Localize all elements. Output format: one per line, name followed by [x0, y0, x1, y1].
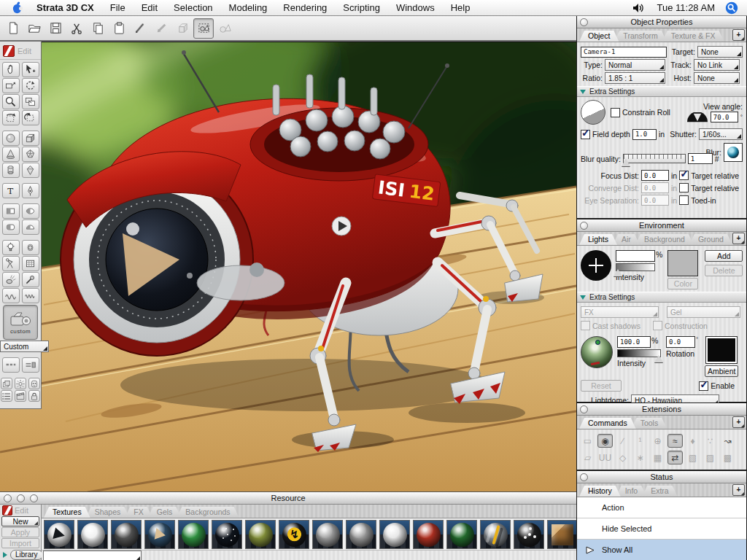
track-dropdown[interactable]: No Link [694, 59, 740, 71]
ext-mirror-icon[interactable]: ⇄ [667, 451, 683, 464]
blur-quality-slider[interactable] [623, 154, 686, 163]
tool-spotlight[interactable] [2, 256, 20, 271]
lightdome-preview[interactable] [581, 336, 613, 368]
history-row-action[interactable]: Action [577, 497, 746, 518]
tool-polyhedron[interactable] [22, 147, 39, 162]
tab-shapes[interactable]: Shapes [86, 507, 130, 518]
copy-button[interactable] [88, 18, 108, 39]
texture-thumb-red[interactable] [413, 520, 444, 549]
new-document-button[interactable] [3, 18, 23, 39]
tab-fx[interactable]: FX [125, 507, 152, 518]
tab-object[interactable]: Object [579, 31, 619, 42]
converge-target-relative-checkbox[interactable] [679, 183, 689, 192]
dome-intensity-field[interactable]: 100.0 [617, 336, 651, 348]
app-menu[interactable]: Strata 3D CX [28, 0, 102, 15]
ext-motion-path-icon[interactable]: ↝ [720, 434, 735, 448]
open-button[interactable] [24, 18, 44, 39]
light-color-swatch[interactable] [667, 250, 698, 276]
save-button[interactable] [45, 18, 66, 39]
shutter-dropdown[interactable]: 1/60s... [699, 128, 743, 140]
menu-file[interactable]: File [102, 0, 133, 15]
tool-pan-view[interactable] [22, 94, 39, 109]
tool-cube[interactable] [22, 131, 39, 146]
tool-grid-light[interactable] [22, 256, 39, 271]
tab-textures[interactable]: Textures [44, 507, 90, 518]
ambient-button[interactable]: Ambient [705, 365, 738, 377]
close-button[interactable] [580, 405, 588, 413]
add-tab-button[interactable]: + [732, 29, 745, 41]
tab-air[interactable]: Air [613, 234, 640, 245]
search-menu-extra[interactable] [722, 1, 741, 15]
tab-gels[interactable]: Gels [148, 507, 182, 518]
tab-background[interactable]: Background [635, 234, 694, 245]
light-intensity-field[interactable] [616, 250, 655, 262]
tool-roundrect-2d[interactable] [2, 219, 20, 235]
tool-sphere[interactable] [2, 131, 20, 146]
select-objects-button[interactable] [193, 18, 214, 39]
texture-thumb-forest[interactable] [446, 520, 477, 549]
menu-windows[interactable]: Windows [388, 0, 443, 15]
texture-thumb-hazard[interactable]: ↯ [279, 520, 309, 549]
texture-thumb-glass-sparkle[interactable] [212, 520, 242, 549]
constrain-roll-checkbox[interactable] [611, 108, 620, 117]
tab-ground[interactable]: Ground [689, 234, 732, 245]
texture-thumb-black-symbol[interactable] [514, 520, 544, 549]
tool-pan-hand[interactable] [2, 62, 20, 77]
field-depth-checkbox[interactable] [581, 130, 590, 139]
texture-thumb-green[interactable] [178, 520, 209, 549]
tab-tools[interactable]: Tools [632, 418, 667, 429]
tool-pen[interactable] [22, 183, 39, 198]
toed-in-checkbox[interactable] [679, 195, 689, 205]
tool-sun[interactable] [15, 378, 26, 389]
focus-dist-field[interactable]: 0.0 [641, 170, 669, 181]
tool-rotate[interactable] [22, 78, 39, 93]
resource-picker-dropdown[interactable] [43, 551, 142, 560]
light-intensity-slider[interactable] [616, 263, 655, 271]
tool-clapperboard[interactable] [15, 390, 26, 402]
tool-arc-2d[interactable] [22, 219, 39, 235]
tool-gem[interactable] [22, 163, 39, 178]
blur-quality-field[interactable]: 1 [688, 153, 713, 164]
ext-path-deform-icon[interactable]: ≈ [667, 434, 683, 448]
tool-orbit-view-a[interactable] [2, 110, 20, 125]
history-row-hide-selected[interactable]: Hide Selected [577, 518, 746, 540]
close-button[interactable] [580, 473, 588, 481]
history-row-show-all[interactable]: Show All [577, 540, 746, 560]
tool-spring-a[interactable] [2, 288, 20, 303]
light-direction-ball[interactable] [581, 250, 611, 281]
host-dropdown[interactable]: None [694, 72, 740, 84]
texture-thumb-chrome-stripe[interactable] [480, 520, 511, 549]
menu-rendering[interactable]: Rendering [275, 0, 335, 15]
tool-plug[interactable] [28, 378, 40, 389]
ambient-color-swatch[interactable] [705, 336, 738, 364]
type-dropdown[interactable]: Normal [605, 59, 665, 71]
tool-bulb-light[interactable] [2, 240, 20, 255]
menu-scripting[interactable]: Scripting [335, 0, 388, 15]
custom-camera-button[interactable]: custom [3, 305, 38, 340]
tool-oval-2d[interactable] [22, 203, 39, 219]
tool-pin-light[interactable] [22, 272, 39, 287]
menu-edit[interactable]: Edit [133, 0, 166, 15]
menu-help[interactable]: Help [443, 0, 479, 15]
texture-thumb-charcoal[interactable] [111, 520, 142, 549]
tool-shine-light[interactable] [2, 272, 20, 287]
texture-thumb-white-decal[interactable] [44, 520, 74, 549]
tool-flat-b[interactable] [22, 357, 39, 373]
ext-round-corner-icon[interactable]: ◉ [597, 434, 613, 448]
extra-settings-header[interactable]: Extra Settings [577, 86, 746, 97]
roll-indicator[interactable] [581, 100, 605, 125]
texture-thumb-white[interactable] [77, 520, 108, 549]
tool-cone[interactable] [2, 147, 20, 162]
slider-thumb[interactable] [622, 159, 630, 166]
cut-button[interactable] [66, 18, 87, 39]
tab-transform[interactable]: Transform [614, 31, 666, 42]
texture-thumb-silver[interactable] [379, 520, 410, 549]
tab-backgrounds[interactable]: Backgrounds [177, 507, 239, 518]
tab-lights[interactable]: Lights [579, 234, 617, 245]
viewport-canvas[interactable]: ISI 12 [0, 42, 576, 492]
new-resource-button[interactable]: New [1, 516, 39, 526]
tool-list[interactable] [1, 390, 12, 402]
window-buttons[interactable] [4, 494, 38, 502]
tab-extra[interactable]: Extra [642, 486, 678, 497]
texture-thumb-moss[interactable] [245, 520, 276, 549]
